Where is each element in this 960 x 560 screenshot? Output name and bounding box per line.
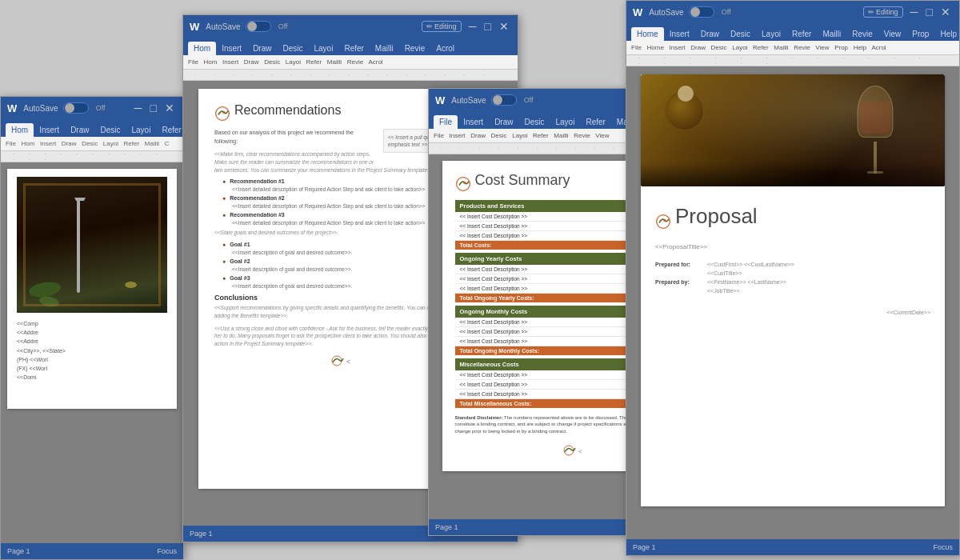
autosave-label-3: AutoSave xyxy=(451,96,486,105)
tab-draw-2[interactable]: Draw xyxy=(247,42,277,55)
tab-insert-1[interactable]: Insert xyxy=(34,123,65,137)
autosave-state-4: Off xyxy=(722,8,731,16)
food-image-1 xyxy=(17,177,167,313)
tab-review-2[interactable]: Revie xyxy=(399,42,431,55)
prepared-for-name: <<CustFirst>> <<CustLastName>> xyxy=(707,262,794,267)
tab-insert-2[interactable]: Insert xyxy=(216,42,247,55)
svg-text:<>: <> xyxy=(346,358,350,366)
toggle-knob-4 xyxy=(690,7,700,17)
tab-file-3[interactable]: File xyxy=(434,115,458,129)
autosave-toggle-2[interactable] xyxy=(246,21,271,32)
tab-view-4[interactable]: View xyxy=(878,27,907,41)
page-indicator-2: Page 1 xyxy=(190,530,213,538)
company-line-3: <<Addre xyxy=(17,337,167,346)
page-indicator-1: Page 1 xyxy=(7,547,30,555)
autosave-toggle-4[interactable] xyxy=(689,6,714,18)
bullet-dot-1: ● xyxy=(222,178,226,184)
tab-insert-3[interactable]: Insert xyxy=(458,115,489,129)
window-controls-1: ─ □ ✕ xyxy=(132,102,177,114)
tab-insert-4[interactable]: Insert xyxy=(664,27,695,41)
editing-badge-4: ✏ Editing xyxy=(863,6,903,18)
prepared-by-title-spacer xyxy=(655,288,707,294)
tab-references-4[interactable]: Refer xyxy=(786,27,817,41)
goal-dot-3: ● xyxy=(222,275,226,281)
word-icon-3: W xyxy=(435,94,445,106)
company-line-5: (PH) <<Worl xyxy=(17,355,167,364)
svg-point-4 xyxy=(456,177,470,190)
tab-references-1[interactable]: Refer xyxy=(156,123,184,137)
autosave-state-1: Off xyxy=(96,104,106,112)
tab-mail-2[interactable]: Mailli xyxy=(370,42,399,55)
close-icon-1[interactable]: ✕ xyxy=(162,102,177,114)
prepared-for-row: Prepared for: <<CustFirst>> <<CustLastNa… xyxy=(655,262,930,267)
prepared-for-title-row: <<CustTitle>> xyxy=(655,270,930,276)
company-line-2: <<Addre xyxy=(17,328,167,337)
minimize-icon-2[interactable]: ─ xyxy=(466,20,479,33)
logo-svg-4 xyxy=(655,214,671,230)
tab-design-2[interactable]: Desic xyxy=(277,42,308,55)
focus-label-1[interactable]: Focus xyxy=(157,547,177,555)
toggle-knob-1 xyxy=(65,103,74,113)
svg-point-1 xyxy=(222,111,225,114)
tab-draw-1[interactable]: Draw xyxy=(65,123,94,137)
minimize-icon-4[interactable]: ─ xyxy=(908,6,921,18)
company-line-4: <<City>>, <<State> xyxy=(17,346,167,355)
tab-home-2[interactable]: Hom xyxy=(188,42,216,55)
close-icon-2[interactable]: ✕ xyxy=(497,20,511,33)
maximize-icon-4[interactable]: □ xyxy=(924,6,935,18)
tab-layout-2[interactable]: Layoi xyxy=(309,42,339,55)
autosave-toggle-1[interactable] xyxy=(63,102,89,114)
tab-home-1[interactable]: Hom xyxy=(6,123,34,137)
word-icon-1: W xyxy=(7,102,17,114)
page-indicator-3: Page 1 xyxy=(435,523,458,531)
ruler-4: · · · · · · · · · · · · · · · · · · xyxy=(626,55,959,66)
focus-label-4[interactable]: Focus xyxy=(933,543,953,551)
tab-references-3[interactable]: Refer xyxy=(580,115,610,129)
doc-area-4: Proposal <<ProposalTitle>> Prepared for:… xyxy=(626,66,959,539)
window-1[interactable]: W AutoSave Off ─ □ ✕ Hom Insert Draw Des… xyxy=(0,96,184,560)
logo-svg-2 xyxy=(214,106,230,122)
tab-help-4[interactable]: Help xyxy=(934,27,960,41)
tab-review-4[interactable]: Revie xyxy=(846,27,878,41)
company-block: <<Comp <<Addre <<Addre <<City>>, <<State… xyxy=(17,319,167,382)
proposal-date: <<CurrentDate>> xyxy=(655,310,930,315)
tab-mail-4[interactable]: Mailli xyxy=(817,27,846,41)
tab-design-4[interactable]: Desic xyxy=(725,27,756,41)
autosave-toggle-3[interactable] xyxy=(491,94,517,106)
tab-draw-3[interactable]: Draw xyxy=(489,115,518,129)
tab-layout-3[interactable]: Layoi xyxy=(550,115,581,129)
herb-2 xyxy=(38,294,60,307)
doc-page-1: <<Comp <<Addre <<Addre <<City>>, <<State… xyxy=(7,169,177,409)
cs-heading: Cost Summary xyxy=(475,172,570,189)
ruler-2: · · · · · · · · · · · · · · · · xyxy=(183,70,518,81)
close-icon-4[interactable]: ✕ xyxy=(938,6,953,18)
tab-layout-4[interactable]: Layoi xyxy=(756,27,786,41)
ribbon-area-1: File Hom Insert Draw Desic Layoi Refer M… xyxy=(1,137,183,151)
tab-acrobat-2[interactable]: Acrol xyxy=(430,42,460,55)
window-4[interactable]: W AutoSave Off ✏ Editing ─ □ ✕ Home Inse… xyxy=(626,0,960,556)
window-controls-2: ─ □ ✕ xyxy=(466,20,511,33)
ribbon-area-2: File Hom Insert Draw Desic Layoi Refer M… xyxy=(183,55,518,70)
doc-heading-2: Recommendations xyxy=(234,103,341,118)
tab-layout-1[interactable]: Layoi xyxy=(126,123,157,137)
window-controls-4: ─ □ ✕ xyxy=(908,6,953,18)
maximize-icon-1[interactable]: □ xyxy=(148,102,159,114)
word-icon-2: W xyxy=(190,21,199,33)
svg-text:<>: <> xyxy=(578,448,582,455)
maximize-icon-2[interactable]: □ xyxy=(482,20,494,33)
tab-prop-4[interactable]: Prop xyxy=(906,27,934,41)
cover-gradient xyxy=(641,162,945,186)
ruler-1: · · · · · · · · · · · · · xyxy=(1,151,183,162)
minimize-icon-1[interactable]: ─ xyxy=(132,102,145,114)
tab-references-2[interactable]: Refer xyxy=(338,42,369,55)
ribbon-area-4: File Home Insert Draw Desic Layoi Refer … xyxy=(626,41,959,55)
tab-draw-4[interactable]: Draw xyxy=(695,27,725,41)
prepared-by-name: <<FirstName>> <<LastName>> xyxy=(707,279,786,285)
tab-design-1[interactable]: Desic xyxy=(94,123,126,137)
goal-dot-1: ● xyxy=(222,242,226,247)
tab-home-4[interactable]: Home xyxy=(631,27,664,41)
status-right-1: Focus xyxy=(157,547,177,555)
prepared-by-title-row: <<JobTitle>> xyxy=(655,288,930,294)
tab-design-3[interactable]: Desic xyxy=(518,115,550,129)
svg-point-8 xyxy=(657,214,670,228)
